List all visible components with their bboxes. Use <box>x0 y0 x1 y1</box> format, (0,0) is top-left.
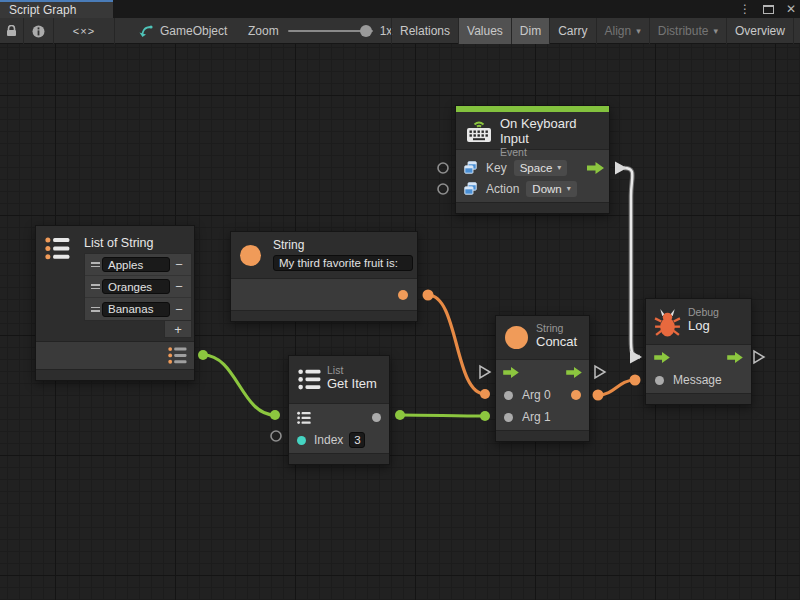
list-item-field[interactable]: Bananas <box>102 302 170 317</box>
action-dropdown[interactable]: Down ▾ <box>526 181 576 197</box>
node-body <box>231 279 417 310</box>
add-item-button[interactable]: + <box>164 321 192 338</box>
unconnected-port-action[interactable] <box>438 184 448 194</box>
list-icon <box>298 368 321 391</box>
node-body: Index 3 <box>289 404 389 453</box>
enum-icon <box>464 182 477 195</box>
value-wire-concat-to-log[interactable] <box>593 375 641 401</box>
flow-output-port[interactable] <box>587 162 604 174</box>
list-item-field[interactable]: Apples <box>102 257 170 272</box>
gameobject-selector[interactable]: GameObject <box>138 18 227 44</box>
node-footer <box>646 393 751 404</box>
list-output-port[interactable] <box>168 346 187 365</box>
arg0-input-port[interactable] <box>504 391 513 400</box>
carry-button[interactable]: Carry <box>550 18 596 44</box>
node-header[interactable]: On Keyboard Input Event <box>456 112 609 150</box>
arg1-input-port[interactable] <box>504 413 513 422</box>
node-header[interactable]: List of String Apples − Oranges − Ban <box>36 226 194 342</box>
unconnected-flow-out-log[interactable] <box>754 351 764 363</box>
node-string-concat[interactable]: String Concat Arg 0 Arg 1 <box>495 315 590 442</box>
node-get-item[interactable]: List Get Item Index 3 <box>288 355 390 465</box>
node-title: On Keyboard Input <box>500 116 601 146</box>
node-title: Get Item <box>327 376 383 391</box>
values-button[interactable]: Values <box>459 18 512 44</box>
index-value-field[interactable]: 3 <box>349 432 365 448</box>
caret-down-icon: ▾ <box>636 26 641 36</box>
caret-down-icon: ▾ <box>713 26 718 36</box>
arg1-label: Arg 1 <box>522 410 551 424</box>
node-body <box>36 342 194 369</box>
flow-input-port[interactable] <box>654 352 670 363</box>
string-type-icon <box>505 326 528 349</box>
node-string-literal[interactable]: String My third favorite fruit is: <box>230 231 418 322</box>
window-menu-icon[interactable]: ⋮ <box>739 0 751 18</box>
tab-label: Script Graph <box>9 3 76 17</box>
title-tab-bar: Script Graph ⋮ ✕ <box>0 0 800 18</box>
item-output-port[interactable] <box>372 413 381 422</box>
remove-item-button[interactable]: − <box>170 302 188 317</box>
unconnected-port-index[interactable] <box>271 431 281 441</box>
node-footer <box>456 202 609 213</box>
integer-input-port[interactable] <box>297 436 306 445</box>
drag-handle-icon[interactable] <box>88 254 102 275</box>
remove-item-button[interactable]: − <box>170 257 188 272</box>
node-on-keyboard-input[interactable]: On Keyboard Input Event Key Space ▾ <box>455 105 610 214</box>
close-icon[interactable]: ✕ <box>786 0 796 18</box>
message-input-port[interactable] <box>655 376 664 385</box>
dim-button[interactable]: Dim <box>512 18 550 44</box>
flow-output-port[interactable] <box>727 352 743 363</box>
value-wire-getitem-to-concat[interactable] <box>395 410 490 421</box>
key-port-row: Key Space ▾ <box>456 157 609 178</box>
info-button[interactable] <box>24 18 54 44</box>
value-wire-list-to-getitem[interactable] <box>198 350 280 420</box>
list-item-row: Bananas − <box>85 298 191 320</box>
maximize-icon[interactable] <box>763 5 774 14</box>
remove-item-button[interactable]: − <box>170 279 188 294</box>
unconnected-flow-out-concat[interactable] <box>595 366 605 378</box>
unconnected-port-key[interactable] <box>438 163 448 173</box>
drag-handle-icon[interactable] <box>88 298 102 320</box>
node-footer <box>496 430 589 441</box>
bug-icon <box>654 308 681 337</box>
unity-visual-scripting-window: Script Graph ⋮ ✕ <box>0 0 800 600</box>
unconnected-flow-in-concat[interactable] <box>480 366 490 378</box>
flow-row <box>646 345 751 369</box>
node-header[interactable]: String My third favorite fruit is: <box>231 232 417 279</box>
arg1-row: Arg 1 <box>496 406 589 428</box>
fullscreen-button[interactable]: Full Screen <box>794 18 800 44</box>
flow-output-port[interactable] <box>566 367 582 378</box>
align-button[interactable]: Align▾ <box>597 18 650 44</box>
gameobject-graph-icon <box>138 25 153 38</box>
drag-handle-icon[interactable] <box>88 276 102 297</box>
node-header[interactable]: List Get Item <box>289 356 389 404</box>
list-item-field[interactable]: Oranges <box>102 279 170 294</box>
node-header[interactable]: Debug Log <box>646 299 751 345</box>
graph-canvas[interactable]: On Keyboard Input Event Key Space ▾ <box>0 44 800 600</box>
flow-input-port[interactable] <box>503 367 519 378</box>
tab-script-graph[interactable]: Script Graph <box>0 0 113 18</box>
variables-button[interactable]: <×> <box>54 18 115 44</box>
string-output-port[interactable] <box>398 290 408 300</box>
result-output-port[interactable] <box>571 390 581 400</box>
node-header[interactable]: String Concat <box>496 316 589 360</box>
lock-button[interactable] <box>0 18 24 44</box>
overview-button[interactable]: Overview <box>727 18 794 44</box>
distribute-button[interactable]: Distribute▾ <box>650 18 727 44</box>
string-value-field[interactable]: My third favorite fruit is: <box>273 255 413 271</box>
list-input-row <box>289 406 389 429</box>
value-wire-string-to-concat[interactable] <box>423 290 491 400</box>
flow-wire-keyboard-to-log[interactable] <box>615 162 642 364</box>
flow-wire-start-arrow[interactable] <box>615 162 627 175</box>
window-controls: ⋮ ✕ <box>739 0 796 18</box>
zoom-slider-handle[interactable] <box>360 25 372 37</box>
zoom-slider-track[interactable] <box>288 30 373 32</box>
node-list-of-string[interactable]: List of String Apples − Oranges − Ban <box>35 225 195 381</box>
flow-wire-end-arrow[interactable] <box>630 351 642 364</box>
key-dropdown[interactable]: Space ▾ <box>514 160 568 176</box>
list-input-port[interactable] <box>297 411 311 425</box>
relations-button[interactable]: Relations <box>392 18 459 44</box>
key-label: Key <box>486 161 507 175</box>
message-row: Message <box>646 369 751 391</box>
node-category: String <box>536 322 583 334</box>
node-debug-log[interactable]: Debug Log Message <box>645 298 752 405</box>
